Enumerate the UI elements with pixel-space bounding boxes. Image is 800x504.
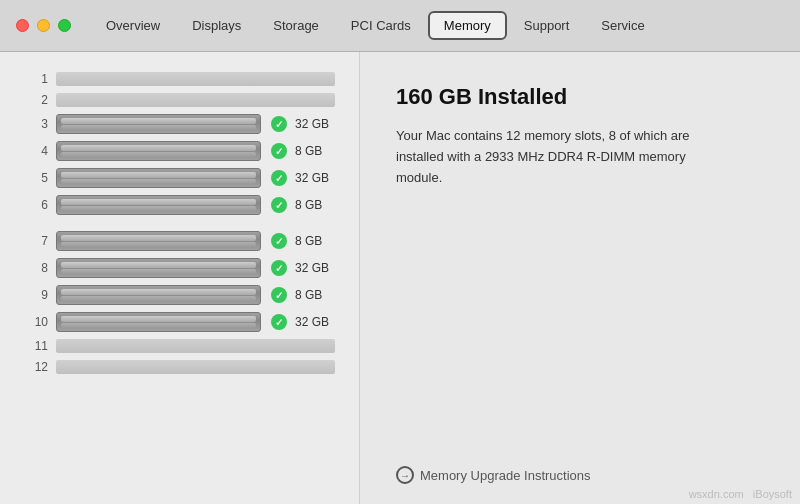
minimize-button[interactable] — [37, 19, 50, 32]
upgrade-link-label: Memory Upgrade Instructions — [420, 468, 591, 483]
checkmark-icon: ✓ — [271, 170, 287, 186]
slot-size-7: 8 GB — [295, 234, 335, 248]
slot-check-4: ✓ — [269, 141, 289, 161]
slot-row-7: 7✓8 GB — [24, 231, 335, 251]
slot-number-2: 2 — [24, 93, 48, 107]
slot-check-6: ✓ — [269, 195, 289, 215]
fullscreen-button[interactable] — [58, 19, 71, 32]
tab-displays[interactable]: Displays — [177, 12, 256, 39]
slot-row-8: 8✓32 GB — [24, 258, 335, 278]
tab-service[interactable]: Service — [586, 12, 659, 39]
slot-check-10: ✓ — [269, 312, 289, 332]
slot-number-1: 1 — [24, 72, 48, 86]
slot-visual-1 — [56, 72, 335, 86]
slot-size-10: 32 GB — [295, 315, 335, 329]
slot-number-6: 6 — [24, 198, 48, 212]
tab-overview[interactable]: Overview — [91, 12, 175, 39]
slot-size-6: 8 GB — [295, 198, 335, 212]
slot-row-9: 9✓8 GB — [24, 285, 335, 305]
checkmark-icon: ✓ — [271, 314, 287, 330]
memory-installed-label: Installed — [478, 84, 567, 109]
memory-description: Your Mac contains 12 memory slots, 8 of … — [396, 126, 716, 188]
close-button[interactable] — [16, 19, 29, 32]
memory-size-bold: 160 GB — [396, 84, 472, 109]
slot-visual-2 — [56, 93, 335, 107]
slot-visual-12 — [56, 360, 335, 374]
slot-row-11: 11 — [24, 339, 335, 353]
tab-pci-cards[interactable]: PCI Cards — [336, 12, 426, 39]
slot-number-5: 5 — [24, 171, 48, 185]
slot-visual-5 — [56, 168, 261, 188]
slot-number-9: 9 — [24, 288, 48, 302]
slot-group-2: 7✓8 GB8✓32 GB9✓8 GB10✓32 GB1112 — [24, 231, 335, 374]
slot-visual-3 — [56, 114, 261, 134]
checkmark-icon: ✓ — [271, 233, 287, 249]
memory-info-panel: 160 GB Installed Your Mac contains 12 me… — [360, 52, 800, 504]
memory-upgrade-link[interactable]: → Memory Upgrade Instructions — [396, 456, 764, 484]
slot-size-9: 8 GB — [295, 288, 335, 302]
checkmark-icon: ✓ — [271, 143, 287, 159]
slot-number-7: 7 — [24, 234, 48, 248]
slot-number-4: 4 — [24, 144, 48, 158]
slot-size-8: 32 GB — [295, 261, 335, 275]
slot-row-6: 6✓8 GB — [24, 195, 335, 215]
slot-visual-9 — [56, 285, 261, 305]
tab-bar: OverviewDisplaysStoragePCI CardsMemorySu… — [91, 11, 660, 40]
watermark: wsxdn.com iBoysoft — [689, 488, 792, 500]
tab-memory[interactable]: Memory — [428, 11, 507, 40]
slot-size-3: 32 GB — [295, 117, 335, 131]
slot-row-10: 10✓32 GB — [24, 312, 335, 332]
slot-check-8: ✓ — [269, 258, 289, 278]
slot-row-1: 1 — [24, 72, 335, 86]
slot-group-1: 123✓32 GB4✓8 GB5✓32 GB6✓8 GB — [24, 72, 335, 215]
slot-row-3: 3✓32 GB — [24, 114, 335, 134]
checkmark-icon: ✓ — [271, 287, 287, 303]
slot-check-3: ✓ — [269, 114, 289, 134]
titlebar: OverviewDisplaysStoragePCI CardsMemorySu… — [0, 0, 800, 52]
slot-check-9: ✓ — [269, 285, 289, 305]
memory-title: 160 GB Installed — [396, 84, 764, 110]
slot-row-4: 4✓8 GB — [24, 141, 335, 161]
slot-visual-10 — [56, 312, 261, 332]
slot-number-3: 3 — [24, 117, 48, 131]
checkmark-icon: ✓ — [271, 197, 287, 213]
slot-visual-8 — [56, 258, 261, 278]
traffic-lights — [16, 19, 71, 32]
tab-support[interactable]: Support — [509, 12, 585, 39]
slot-size-4: 8 GB — [295, 144, 335, 158]
slot-size-5: 32 GB — [295, 171, 335, 185]
checkmark-icon: ✓ — [271, 260, 287, 276]
tab-storage[interactable]: Storage — [258, 12, 334, 39]
slot-number-12: 12 — [24, 360, 48, 374]
slot-visual-7 — [56, 231, 261, 251]
slot-visual-11 — [56, 339, 335, 353]
main-content: 123✓32 GB4✓8 GB5✓32 GB6✓8 GB7✓8 GB8✓32 G… — [0, 52, 800, 504]
slot-number-8: 8 — [24, 261, 48, 275]
arrow-circle-icon: → — [396, 466, 414, 484]
slot-number-11: 11 — [24, 339, 48, 353]
slot-row-12: 12 — [24, 360, 335, 374]
slot-visual-6 — [56, 195, 261, 215]
slot-visual-4 — [56, 141, 261, 161]
slot-row-2: 2 — [24, 93, 335, 107]
slot-check-7: ✓ — [269, 231, 289, 251]
slot-check-5: ✓ — [269, 168, 289, 188]
checkmark-icon: ✓ — [271, 116, 287, 132]
slot-number-10: 10 — [24, 315, 48, 329]
memory-slots-panel: 123✓32 GB4✓8 GB5✓32 GB6✓8 GB7✓8 GB8✓32 G… — [0, 52, 360, 504]
slot-row-5: 5✓32 GB — [24, 168, 335, 188]
